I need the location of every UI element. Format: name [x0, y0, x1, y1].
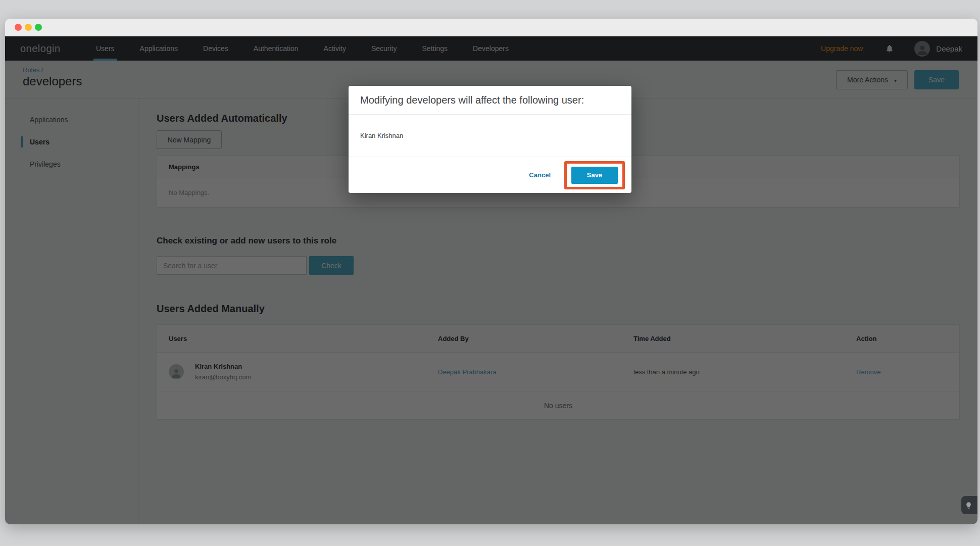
- zoom-window-button[interactable]: [35, 24, 42, 31]
- help-widget-button[interactable]: [961, 496, 977, 514]
- minimize-window-button[interactable]: [25, 24, 32, 31]
- lightbulb-icon: [965, 502, 972, 509]
- close-window-button[interactable]: [15, 24, 22, 31]
- browser-window: onelogin Users Applications Devices Auth…: [5, 19, 977, 524]
- modal-save-button[interactable]: Save: [571, 167, 618, 184]
- cancel-button[interactable]: Cancel: [529, 171, 551, 179]
- annotation-highlight-box: Save: [564, 161, 625, 189]
- modal-title: Modifying developers will affect the fol…: [349, 86, 631, 115]
- confirm-save-modal: Modifying developers will affect the fol…: [349, 86, 631, 193]
- window-title-bar: [5, 19, 977, 36]
- modal-affected-user: Kiran Krishnan: [349, 115, 631, 157]
- modal-footer: Cancel Save: [349, 157, 631, 193]
